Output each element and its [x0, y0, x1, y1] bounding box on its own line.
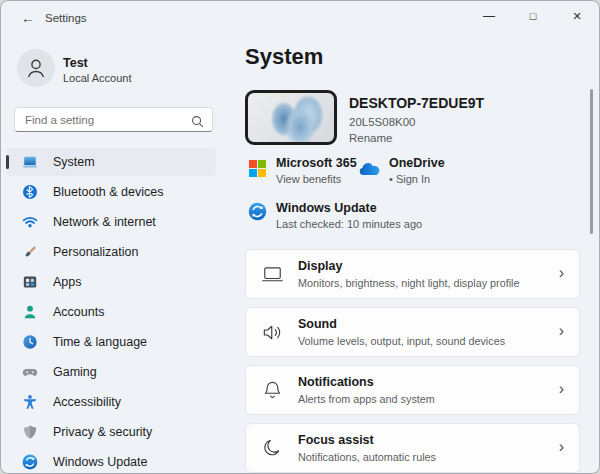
card-sound[interactable]: Sound Volume levels, output, input, soun…: [245, 307, 580, 357]
title-bar: ← Settings — □ ✕: [1, 1, 599, 35]
sidebar-item-privacy-security[interactable]: Privacy & security: [6, 418, 216, 446]
sidebar-item-label: System: [53, 155, 95, 169]
user-name: Test: [63, 56, 88, 70]
chevron-right-icon: ›: [559, 380, 564, 398]
sidebar-item-personalization[interactable]: Personalization: [6, 238, 216, 266]
card-subtitle: Notifications, automatic rules: [298, 451, 436, 463]
sidebar-nav: System Bluetooth & devices Network & int…: [6, 148, 216, 474]
brush-icon: [22, 244, 38, 260]
search-box: [14, 107, 213, 132]
chevron-right-icon: ›: [559, 322, 564, 340]
sidebar-item-label: Gaming: [53, 365, 97, 379]
onedrive-title: OneDrive: [389, 156, 445, 170]
wifi-icon: [22, 214, 38, 230]
user-account-type: Local Account: [63, 72, 132, 84]
page-title: System: [245, 44, 323, 70]
close-button[interactable]: ✕: [555, 1, 599, 31]
focus-assist-moon-icon: [261, 437, 284, 464]
card-title: Focus assist: [298, 433, 374, 447]
system-icon: [22, 154, 38, 170]
search-icon: [191, 114, 204, 132]
notifications-bell-icon: [261, 379, 284, 406]
sidebar-item-label: Apps: [53, 275, 82, 289]
sidebar-item-gaming[interactable]: Gaming: [6, 358, 216, 386]
accessibility-person-icon: [22, 394, 38, 410]
sidebar-item-label: Privacy & security: [53, 425, 152, 439]
minimize-button[interactable]: —: [467, 1, 511, 31]
sidebar-item-time-language[interactable]: Time & language: [6, 328, 216, 356]
card-focus-assist[interactable]: Focus assist Notifications, automatic ru…: [245, 423, 580, 473]
person-icon: [24, 56, 48, 80]
search-input[interactable]: [15, 108, 212, 131]
maximize-icon: □: [530, 10, 537, 22]
maximize-button[interactable]: □: [511, 1, 555, 31]
card-subtitle: Volume levels, output, input, sound devi…: [298, 335, 505, 347]
card-display[interactable]: Display Monitors, brightness, night ligh…: [245, 249, 580, 299]
avatar[interactable]: [17, 49, 55, 87]
sidebar-item-accounts[interactable]: Accounts: [6, 298, 216, 326]
close-icon: ✕: [572, 10, 581, 23]
microsoft365-title: Microsoft 365: [276, 156, 357, 170]
sidebar-item-label: Time & language: [53, 335, 147, 349]
apps-grid-icon: [22, 274, 38, 290]
card-notifications[interactable]: Notifications Alerts from apps and syste…: [245, 365, 580, 415]
onedrive-cloud-icon: [357, 162, 382, 182]
rename-button[interactable]: Rename: [349, 132, 392, 144]
back-button[interactable]: ←: [13, 5, 43, 31]
bluetooth-icon: [22, 184, 38, 200]
window-title: Settings: [45, 12, 87, 24]
chevron-right-icon: ›: [559, 438, 564, 456]
windows-update-status-icon: [248, 202, 267, 225]
shield-icon: [22, 424, 38, 440]
device-model: 20L5S08K00: [349, 116, 416, 128]
scrollbar[interactable]: [590, 89, 593, 234]
card-subtitle: Alerts from apps and system: [298, 393, 435, 405]
sidebar-item-label: Personalization: [53, 245, 138, 259]
settings-window: ← Settings — □ ✕ Test Local Account: [0, 0, 600, 474]
windows-update-status: Last checked: 10 minutes ago: [276, 218, 422, 230]
card-title: Notifications: [298, 375, 374, 389]
windows-update-title[interactable]: Windows Update: [276, 201, 377, 215]
card-title: Display: [298, 259, 342, 273]
windows-update-icon: [22, 454, 38, 470]
clock-globe-icon: [22, 334, 38, 350]
sidebar-item-apps[interactable]: Apps: [6, 268, 216, 296]
sidebar-item-bluetooth-devices[interactable]: Bluetooth & devices: [6, 178, 216, 206]
sound-icon: [261, 321, 284, 348]
sidebar-item-network-internet[interactable]: Network & internet: [6, 208, 216, 236]
card-title: Sound: [298, 317, 337, 331]
sidebar-item-label: Accessibility: [53, 395, 121, 409]
chevron-right-icon: ›: [559, 264, 564, 282]
sidebar-item-windows-update[interactable]: Windows Update: [6, 448, 216, 474]
sidebar-item-accessibility[interactable]: Accessibility: [6, 388, 216, 416]
sidebar-item-label: Network & internet: [53, 215, 156, 229]
device-name: DESKTOP-7EDUE9T: [349, 95, 484, 111]
back-arrow-icon: ←: [21, 10, 35, 26]
card-subtitle: Monitors, brightness, night light, displ…: [298, 277, 519, 289]
display-icon: [261, 263, 284, 290]
sidebar-item-system[interactable]: System: [6, 148, 216, 176]
onedrive-sign-in-link[interactable]: • Sign In: [389, 173, 430, 185]
gamepad-icon: [22, 364, 38, 380]
sidebar-item-label: Accounts: [53, 305, 104, 319]
view-benefits-link[interactable]: View benefits: [276, 173, 341, 185]
sidebar-item-label: Bluetooth & devices: [53, 185, 164, 199]
microsoft-logo-icon: [249, 160, 266, 177]
sidebar-item-label: Windows Update: [53, 455, 148, 469]
accounts-person-icon: [22, 304, 38, 320]
minimize-icon: —: [483, 9, 495, 23]
device-thumbnail: [245, 90, 337, 145]
